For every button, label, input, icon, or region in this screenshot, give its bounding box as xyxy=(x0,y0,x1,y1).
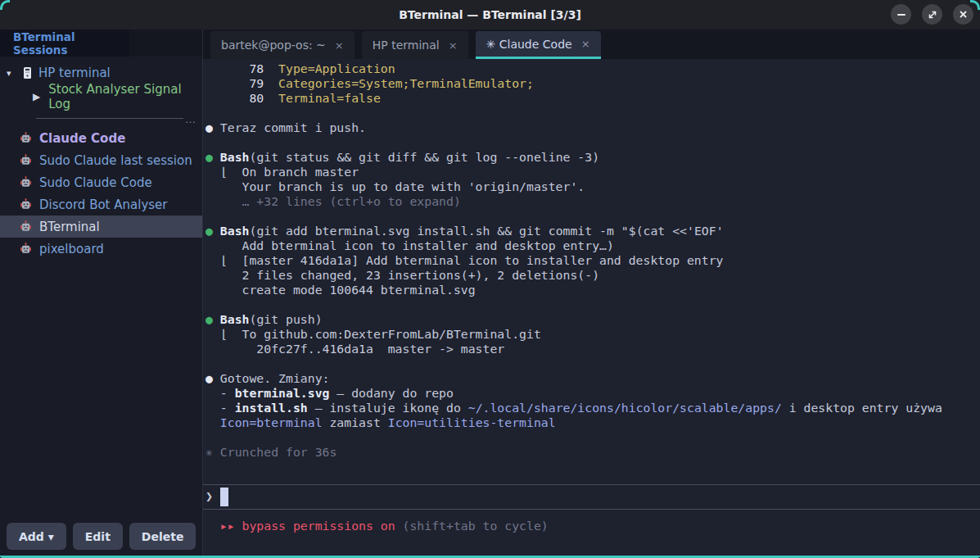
session-tree: ▾ HP terminal ▶ Stock Analyser Signal Lo… xyxy=(0,61,202,109)
maximize-button[interactable] xyxy=(922,4,942,25)
terminal-line: ⌊ To github.com:DexterFromLab/BTerminal.… xyxy=(205,327,980,342)
terminal-line: ● Bash(git status && git diff && git log… xyxy=(205,150,980,165)
permission-status: ▸▸ bypass permissions on (shift+tab to c… xyxy=(205,519,980,533)
delete-button[interactable]: Delete xyxy=(129,523,196,550)
terminal-line: ⌊ [master 416da1a] Add bterminal icon to… xyxy=(205,253,980,268)
session-label: BTerminal xyxy=(39,220,100,234)
sidebar-item-pixelboard[interactable]: pixelboard xyxy=(0,238,202,260)
terminal-line: Icon=bterminal zamiast Icon=utilities-te… xyxy=(205,415,980,430)
sidebar-header-box: BTerminal Sessions xyxy=(0,29,129,57)
add-button[interactable]: Add ▾ xyxy=(7,523,66,550)
terminal-line: ● Bash(git push) xyxy=(205,312,980,327)
terminal-line: Your branch is up to date with 'origin/m… xyxy=(205,179,980,194)
terminal-line xyxy=(205,297,980,312)
tab-close-icon[interactable]: × xyxy=(581,38,590,50)
window-body: BTerminal Sessions ▾ HP terminal ▶ xyxy=(0,29,980,558)
bterminal-window: BTerminal — BTerminal [3/3] xyxy=(0,0,980,558)
permission-status-text: ▸▸ bypass permissions on (shift+tab to c… xyxy=(205,519,980,533)
terminal-input[interactable]: ❯ xyxy=(205,485,980,508)
terminal-pane[interactable]: 78 Type=Application 79 Categories=System… xyxy=(203,59,980,558)
terminal-line: … +32 lines (ctrl+o to expand) xyxy=(205,194,980,209)
robot-icon xyxy=(20,243,32,255)
content-pane: bartek@pop-os: ~ × HP terminal × ✳ Claud… xyxy=(203,29,980,558)
minimize-button[interactable] xyxy=(891,4,911,25)
session-label: Discord Bot Analyser xyxy=(39,197,167,212)
edit-button[interactable]: Edit xyxy=(73,523,123,550)
divider-dots: … xyxy=(185,116,196,123)
computer-icon xyxy=(22,66,33,79)
maximize-icon xyxy=(928,10,937,20)
minimize-icon xyxy=(897,14,905,16)
terminal-line: 2 files changed, 23 insertions(+), 2 del… xyxy=(205,268,980,283)
sidebar-item-hp-terminal[interactable]: ▾ HP terminal xyxy=(0,61,202,84)
divider-line xyxy=(36,118,183,119)
text-cursor xyxy=(220,488,228,506)
terminal-line: - bterminal.svg — dodany do repo xyxy=(205,386,980,401)
tab-bar: bartek@pop-os: ~ × HP terminal × ✳ Claud… xyxy=(203,29,980,59)
terminal-line: ⌊ On branch master xyxy=(205,165,980,179)
sidebar-item-bterminal[interactable]: BTerminal xyxy=(0,215,202,238)
tree-child-label: Stock Analyser Signal Log xyxy=(48,82,202,111)
terminal-line: - install.sh — instaluje ikonę do ~/.loc… xyxy=(205,401,980,415)
terminal-line: 79 Categories=System;TerminalEmulator; xyxy=(205,76,980,91)
sidebar-divider: … xyxy=(36,116,196,123)
session-label: pixelboard xyxy=(39,242,104,256)
robot-icon xyxy=(20,154,32,166)
robot-icon xyxy=(20,220,32,233)
close-icon xyxy=(959,10,968,19)
tab-claude-code[interactable]: ✳ Claude Code × xyxy=(476,31,601,59)
tab-bartek-pop-os[interactable]: bartek@pop-os: ~ × xyxy=(210,31,355,59)
sidebar-item-stock-analyser-signal-log[interactable]: ▶ Stock Analyser Signal Log xyxy=(0,84,202,109)
sidebar-actions: Add ▾ Edit Delete xyxy=(7,523,196,550)
terminal-line: 80 Terminal=false xyxy=(205,91,980,106)
tree-item-label: HP terminal xyxy=(38,66,111,80)
terminal-line xyxy=(205,209,980,224)
tab-label: bartek@pop-os: ~ xyxy=(221,39,326,52)
sidebar-item-discord-bot-analyser[interactable]: Discord Bot Analyser xyxy=(0,193,202,215)
sidebar-item-sudo-claude-code[interactable]: Sudo Claude Code xyxy=(0,171,202,193)
chevron-down-icon[interactable]: ▾ xyxy=(7,68,16,79)
sessions-sidebar: BTerminal Sessions ▾ HP terminal ▶ xyxy=(0,29,203,558)
window-controls xyxy=(891,4,973,25)
session-label: Claude Code xyxy=(39,131,125,146)
sidebar-header: BTerminal Sessions xyxy=(0,29,202,57)
robot-icon xyxy=(20,176,32,188)
robot-icon xyxy=(20,132,32,144)
terminal-line xyxy=(205,356,980,371)
tab-label: HP terminal xyxy=(373,39,440,52)
sidebar-item-claude-code[interactable]: Claude Code xyxy=(0,127,202,149)
terminal-line xyxy=(205,106,980,120)
terminal-output: 78 Type=Application 79 Categories=System… xyxy=(205,61,980,460)
terminal-line: ● Teraz commit i push. xyxy=(205,120,980,135)
tab-close-icon[interactable]: × xyxy=(335,39,344,52)
session-list: Claude Code Sudo Claude last session Sud… xyxy=(0,127,202,260)
sidebar-item-sudo-claude-last-session[interactable]: Sudo Claude last session xyxy=(0,149,202,171)
window-title: BTerminal — BTerminal [3/3] xyxy=(399,8,581,21)
terminal-line xyxy=(205,430,980,445)
tab-hp-terminal[interactable]: HP terminal × xyxy=(362,31,468,59)
terminal-line: Add bterminal icon to installer and desk… xyxy=(205,238,980,253)
terminal-line: create mode 100644 bterminal.svg xyxy=(205,283,980,297)
terminal-line xyxy=(205,135,980,150)
terminal-line: ● Bash(git add bterminal.svg install.sh … xyxy=(205,224,980,238)
terminal-line: 78 Type=Application xyxy=(205,61,980,76)
prompt-icon: ❯ xyxy=(205,489,213,504)
session-label: Sudo Claude Code xyxy=(39,175,152,190)
sidebar-title: BTerminal Sessions xyxy=(13,30,129,57)
robot-icon xyxy=(20,198,32,211)
play-icon: ▶ xyxy=(33,91,40,102)
terminal-line: 20fc27f..416da1a master -> master xyxy=(205,342,980,356)
terminal-line: ● Gotowe. Zmiany: xyxy=(205,371,980,386)
titlebar[interactable]: BTerminal — BTerminal [3/3] xyxy=(0,0,980,29)
input-separator-bottom xyxy=(203,509,980,510)
tab-label: ✳ Claude Code xyxy=(486,38,572,51)
terminal-line: ✳ Crunched for 36s xyxy=(205,445,980,460)
tab-close-icon[interactable]: × xyxy=(449,39,458,52)
session-label: Sudo Claude last session xyxy=(39,153,192,168)
